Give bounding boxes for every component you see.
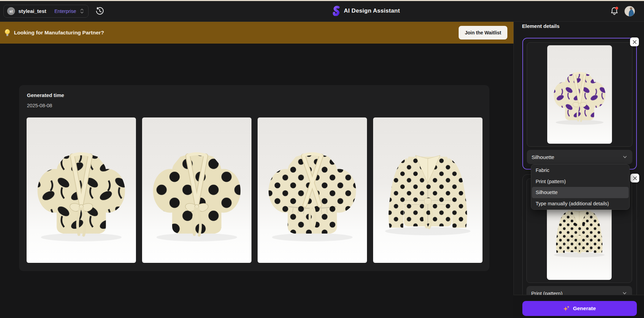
element-card-1-frame: [527, 42, 632, 147]
dropdown-option-fabric[interactable]: Fabric: [532, 165, 629, 176]
notification-dot: [615, 7, 618, 10]
generated-time-label: Generated time: [27, 92, 64, 98]
result-image-4[interactable]: [373, 117, 482, 263]
dropdown-option-print-pattern[interactable]: Print (pattern): [532, 176, 629, 187]
result-image-2[interactable]: [142, 117, 251, 263]
element-card-1[interactable]: Silhouette: [522, 38, 637, 170]
results-row: [27, 117, 482, 263]
dropdown-option-type-manually[interactable]: Type manually (additional details): [532, 198, 629, 209]
generate-bar: Generate: [513, 295, 644, 318]
result-image-3[interactable]: [258, 117, 367, 263]
result-image-1[interactable]: [27, 117, 136, 263]
close-icon: [632, 40, 637, 44]
wrap-blouse-image: [258, 117, 367, 263]
banner-message: Looking for Manufacturing Partner?: [14, 30, 104, 36]
history-icon: [95, 7, 104, 15]
workspace-plan: Enterprise: [55, 9, 76, 14]
workspace-name: styleai_test: [18, 8, 46, 14]
sparkle-icon: [563, 305, 570, 312]
app-brand: AI Design Assistant: [333, 0, 400, 22]
element-card-2-close-button[interactable]: [630, 174, 639, 182]
bell-icon: [610, 6, 619, 16]
results-card: Generated time 2025-08-08: [19, 85, 489, 271]
app-title: AI Design Assistant: [344, 7, 400, 14]
panel-title: Element details: [522, 23, 559, 29]
lightbulb-icon: [4, 29, 11, 37]
app-logo-icon: [333, 6, 340, 16]
attribute-dropdown-menu: Fabric Print (pattern) Silhouette Type m…: [531, 164, 630, 210]
select-value: Silhouette: [532, 154, 554, 160]
topbar-right: [610, 6, 635, 17]
purple-leaf-top-image: [547, 45, 612, 144]
element-details-panel: Element details: [513, 22, 644, 318]
app-screen: st styleai_test Enterprise AI D: [0, 0, 644, 318]
dot-jacket-image: [373, 117, 482, 263]
top-accent-line: [0, 0, 644, 1]
big-dot-blouse-image: [142, 117, 251, 263]
generate-label: Generate: [573, 305, 596, 312]
user-avatar[interactable]: [624, 6, 635, 17]
notification-bell-button[interactable]: [610, 6, 619, 16]
element-1-attribute-select[interactable]: Silhouette: [527, 150, 632, 164]
topbar: st styleai_test Enterprise AI D: [0, 0, 644, 22]
unfold-icon: [80, 8, 84, 14]
workspace-avatar: st: [7, 7, 15, 15]
close-icon: [633, 176, 637, 180]
leaf-blouse-image: [27, 117, 136, 263]
chevron-down-icon: [622, 154, 628, 160]
element-card-1-close-button[interactable]: [630, 37, 639, 46]
join-waitlist-button[interactable]: Join the Waitlist: [459, 26, 507, 39]
element-image-1: [547, 45, 612, 144]
history-button[interactable]: [95, 7, 104, 15]
workspace-switcher[interactable]: st styleai_test Enterprise: [3, 5, 89, 18]
promo-banner: Looking for Manufacturing Partner? Join …: [0, 22, 513, 44]
generate-button[interactable]: Generate: [522, 301, 637, 316]
generated-date: 2025-08-08: [27, 103, 52, 108]
dropdown-option-silhouette[interactable]: Silhouette: [532, 187, 629, 198]
